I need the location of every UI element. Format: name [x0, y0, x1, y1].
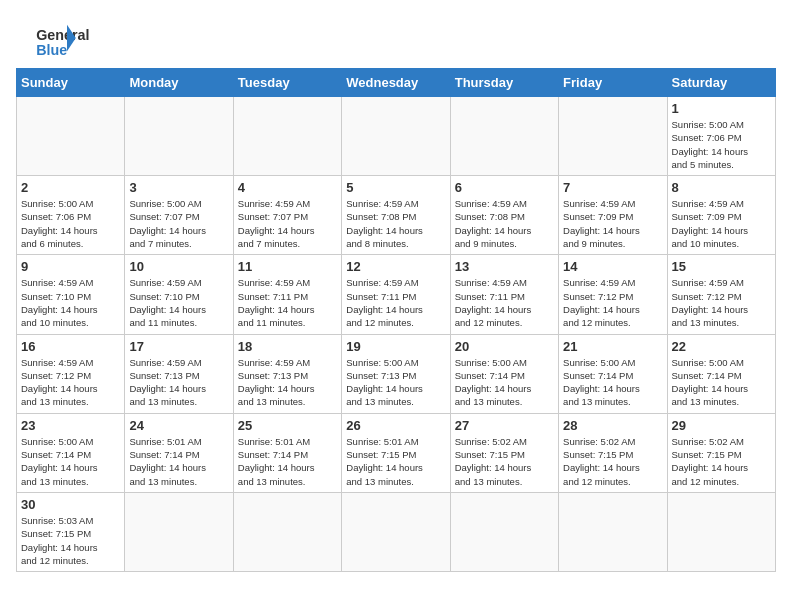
- calendar-cell: 18Sunrise: 4:59 AM Sunset: 7:13 PM Dayli…: [233, 334, 341, 413]
- calendar-cell: 15Sunrise: 4:59 AM Sunset: 7:12 PM Dayli…: [667, 255, 775, 334]
- calendar-cell: [125, 492, 233, 571]
- calendar-cell: 29Sunrise: 5:02 AM Sunset: 7:15 PM Dayli…: [667, 413, 775, 492]
- calendar-cell: 24Sunrise: 5:01 AM Sunset: 7:14 PM Dayli…: [125, 413, 233, 492]
- logo: General Blue: [16, 16, 96, 60]
- calendar-cell: 20Sunrise: 5:00 AM Sunset: 7:14 PM Dayli…: [450, 334, 558, 413]
- calendar-cell: [125, 97, 233, 176]
- calendar-week-5: 23Sunrise: 5:00 AM Sunset: 7:14 PM Dayli…: [17, 413, 776, 492]
- day-info: Sunrise: 5:02 AM Sunset: 7:15 PM Dayligh…: [455, 435, 554, 488]
- day-number: 2: [21, 180, 120, 195]
- day-info: Sunrise: 4:59 AM Sunset: 7:10 PM Dayligh…: [21, 276, 120, 329]
- day-info: Sunrise: 4:59 AM Sunset: 7:08 PM Dayligh…: [455, 197, 554, 250]
- day-info: Sunrise: 5:00 AM Sunset: 7:06 PM Dayligh…: [672, 118, 771, 171]
- calendar-cell: 4Sunrise: 4:59 AM Sunset: 7:07 PM Daylig…: [233, 176, 341, 255]
- calendar-cell: 28Sunrise: 5:02 AM Sunset: 7:15 PM Dayli…: [559, 413, 667, 492]
- calendar-cell: [667, 492, 775, 571]
- svg-text:Blue: Blue: [36, 42, 67, 58]
- day-number: 28: [563, 418, 662, 433]
- day-number: 9: [21, 259, 120, 274]
- day-number: 29: [672, 418, 771, 433]
- calendar-cell: [233, 492, 341, 571]
- day-info: Sunrise: 4:59 AM Sunset: 7:11 PM Dayligh…: [455, 276, 554, 329]
- day-info: Sunrise: 4:59 AM Sunset: 7:08 PM Dayligh…: [346, 197, 445, 250]
- calendar-cell: 10Sunrise: 4:59 AM Sunset: 7:10 PM Dayli…: [125, 255, 233, 334]
- day-number: 7: [563, 180, 662, 195]
- day-info: Sunrise: 5:01 AM Sunset: 7:14 PM Dayligh…: [238, 435, 337, 488]
- calendar-cell: 23Sunrise: 5:00 AM Sunset: 7:14 PM Dayli…: [17, 413, 125, 492]
- calendar-cell: 1Sunrise: 5:00 AM Sunset: 7:06 PM Daylig…: [667, 97, 775, 176]
- day-info: Sunrise: 4:59 AM Sunset: 7:12 PM Dayligh…: [563, 276, 662, 329]
- calendar-week-3: 9Sunrise: 4:59 AM Sunset: 7:10 PM Daylig…: [17, 255, 776, 334]
- header: General Blue: [16, 16, 776, 60]
- day-info: Sunrise: 5:00 AM Sunset: 7:14 PM Dayligh…: [672, 356, 771, 409]
- calendar-cell: 2Sunrise: 5:00 AM Sunset: 7:06 PM Daylig…: [17, 176, 125, 255]
- day-number: 21: [563, 339, 662, 354]
- day-number: 27: [455, 418, 554, 433]
- day-info: Sunrise: 5:00 AM Sunset: 7:14 PM Dayligh…: [563, 356, 662, 409]
- day-info: Sunrise: 4:59 AM Sunset: 7:11 PM Dayligh…: [238, 276, 337, 329]
- day-info: Sunrise: 5:00 AM Sunset: 7:13 PM Dayligh…: [346, 356, 445, 409]
- calendar-cell: 9Sunrise: 4:59 AM Sunset: 7:10 PM Daylig…: [17, 255, 125, 334]
- day-number: 18: [238, 339, 337, 354]
- weekday-header-tuesday: Tuesday: [233, 69, 341, 97]
- day-info: Sunrise: 5:00 AM Sunset: 7:06 PM Dayligh…: [21, 197, 120, 250]
- day-number: 1: [672, 101, 771, 116]
- day-number: 8: [672, 180, 771, 195]
- day-info: Sunrise: 4:59 AM Sunset: 7:07 PM Dayligh…: [238, 197, 337, 250]
- calendar-cell: [342, 492, 450, 571]
- calendar-cell: 7Sunrise: 4:59 AM Sunset: 7:09 PM Daylig…: [559, 176, 667, 255]
- calendar-table: SundayMondayTuesdayWednesdayThursdayFrid…: [16, 68, 776, 572]
- day-info: Sunrise: 4:59 AM Sunset: 7:13 PM Dayligh…: [238, 356, 337, 409]
- calendar-cell: 16Sunrise: 4:59 AM Sunset: 7:12 PM Dayli…: [17, 334, 125, 413]
- day-info: Sunrise: 5:01 AM Sunset: 7:14 PM Dayligh…: [129, 435, 228, 488]
- calendar-cell: 25Sunrise: 5:01 AM Sunset: 7:14 PM Dayli…: [233, 413, 341, 492]
- calendar-cell: 11Sunrise: 4:59 AM Sunset: 7:11 PM Dayli…: [233, 255, 341, 334]
- calendar-cell: 17Sunrise: 4:59 AM Sunset: 7:13 PM Dayli…: [125, 334, 233, 413]
- day-number: 26: [346, 418, 445, 433]
- day-number: 4: [238, 180, 337, 195]
- calendar-cell: 3Sunrise: 5:00 AM Sunset: 7:07 PM Daylig…: [125, 176, 233, 255]
- day-number: 3: [129, 180, 228, 195]
- day-info: Sunrise: 5:00 AM Sunset: 7:07 PM Dayligh…: [129, 197, 228, 250]
- day-number: 5: [346, 180, 445, 195]
- calendar-cell: 13Sunrise: 4:59 AM Sunset: 7:11 PM Dayli…: [450, 255, 558, 334]
- day-number: 19: [346, 339, 445, 354]
- calendar-week-6: 30Sunrise: 5:03 AM Sunset: 7:15 PM Dayli…: [17, 492, 776, 571]
- calendar-cell: 6Sunrise: 4:59 AM Sunset: 7:08 PM Daylig…: [450, 176, 558, 255]
- calendar-cell: 27Sunrise: 5:02 AM Sunset: 7:15 PM Dayli…: [450, 413, 558, 492]
- day-number: 15: [672, 259, 771, 274]
- day-info: Sunrise: 4:59 AM Sunset: 7:09 PM Dayligh…: [672, 197, 771, 250]
- weekday-header-monday: Monday: [125, 69, 233, 97]
- day-number: 22: [672, 339, 771, 354]
- calendar-cell: [342, 97, 450, 176]
- logo-icon: General Blue: [16, 16, 96, 60]
- day-info: Sunrise: 5:03 AM Sunset: 7:15 PM Dayligh…: [21, 514, 120, 567]
- calendar-week-4: 16Sunrise: 4:59 AM Sunset: 7:12 PM Dayli…: [17, 334, 776, 413]
- day-info: Sunrise: 4:59 AM Sunset: 7:10 PM Dayligh…: [129, 276, 228, 329]
- day-info: Sunrise: 5:00 AM Sunset: 7:14 PM Dayligh…: [455, 356, 554, 409]
- calendar-cell: 5Sunrise: 4:59 AM Sunset: 7:08 PM Daylig…: [342, 176, 450, 255]
- calendar-cell: [559, 492, 667, 571]
- calendar-cell: 21Sunrise: 5:00 AM Sunset: 7:14 PM Dayli…: [559, 334, 667, 413]
- day-number: 14: [563, 259, 662, 274]
- calendar-cell: 19Sunrise: 5:00 AM Sunset: 7:13 PM Dayli…: [342, 334, 450, 413]
- day-number: 13: [455, 259, 554, 274]
- calendar-cell: [559, 97, 667, 176]
- day-info: Sunrise: 4:59 AM Sunset: 7:11 PM Dayligh…: [346, 276, 445, 329]
- day-info: Sunrise: 4:59 AM Sunset: 7:12 PM Dayligh…: [672, 276, 771, 329]
- calendar-cell: 26Sunrise: 5:01 AM Sunset: 7:15 PM Dayli…: [342, 413, 450, 492]
- weekday-header-friday: Friday: [559, 69, 667, 97]
- weekday-header-sunday: Sunday: [17, 69, 125, 97]
- calendar-cell: [450, 97, 558, 176]
- day-info: Sunrise: 5:02 AM Sunset: 7:15 PM Dayligh…: [672, 435, 771, 488]
- day-number: 16: [21, 339, 120, 354]
- day-info: Sunrise: 4:59 AM Sunset: 7:13 PM Dayligh…: [129, 356, 228, 409]
- day-number: 6: [455, 180, 554, 195]
- day-info: Sunrise: 5:01 AM Sunset: 7:15 PM Dayligh…: [346, 435, 445, 488]
- day-info: Sunrise: 5:02 AM Sunset: 7:15 PM Dayligh…: [563, 435, 662, 488]
- calendar-cell: 8Sunrise: 4:59 AM Sunset: 7:09 PM Daylig…: [667, 176, 775, 255]
- calendar-cell: [17, 97, 125, 176]
- day-number: 25: [238, 418, 337, 433]
- calendar-cell: 30Sunrise: 5:03 AM Sunset: 7:15 PM Dayli…: [17, 492, 125, 571]
- weekday-header-thursday: Thursday: [450, 69, 558, 97]
